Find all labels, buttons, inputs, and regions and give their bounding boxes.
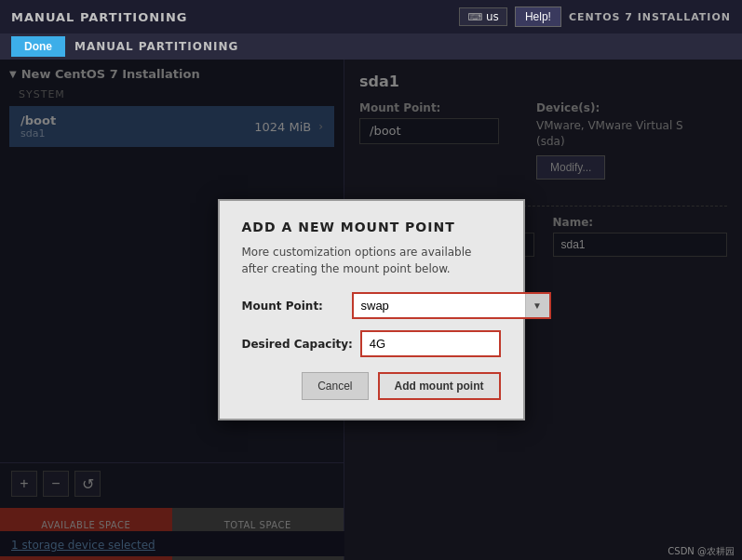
modal-buttons: Cancel Add mount point [242, 372, 501, 400]
add-mount-point-button[interactable]: Add mount point [378, 372, 501, 400]
modal-mount-point-label: Mount Point: [242, 300, 344, 313]
modal-description: More customization options are available… [242, 244, 501, 277]
sub-header: Done MANUAL PARTITIONING [0, 33, 742, 60]
help-button[interactable]: Help! [515, 7, 561, 27]
top-bar: MANUAL PARTITIONING ⌨ us Help! CENTOS 7 … [0, 0, 742, 33]
done-button[interactable]: Done [11, 36, 65, 57]
keyboard-lang: us [486, 10, 499, 23]
modal-capacity-label: Desired Capacity: [242, 338, 353, 351]
installation-title: CENTOS 7 INSTALLATION [569, 11, 731, 23]
modal-capacity-row: Desired Capacity: [242, 330, 501, 357]
modal-overlay: ADD A NEW MOUNT POINT More customization… [0, 60, 742, 560]
sub-header-title: MANUAL PARTITIONING [74, 40, 238, 53]
cancel-button[interactable]: Cancel [302, 372, 368, 400]
modal-capacity-input[interactable] [362, 332, 499, 355]
modal-mount-point-input[interactable] [354, 294, 525, 317]
top-bar-right: ⌨ us Help! CENTOS 7 INSTALLATION [459, 7, 731, 27]
modal-mount-point-wrapper: ▼ [352, 292, 551, 319]
modal-mount-point-dropdown[interactable]: ▼ [525, 294, 549, 317]
modal-capacity-wrapper [360, 330, 501, 357]
watermark: CSDN @农耕园 [668, 545, 735, 558]
main-content: ▼ New CentOS 7 Installation SYSTEM /boot… [0, 60, 742, 560]
modal-mount-point-row: Mount Point: ▼ [242, 292, 501, 319]
keyboard-indicator: ⌨ us [459, 7, 507, 26]
modal-dialog: ADD A NEW MOUNT POINT More customization… [218, 199, 525, 420]
keyboard-icon: ⌨ [467, 11, 482, 23]
modal-title: ADD A NEW MOUNT POINT [242, 220, 501, 234]
page-title: MANUAL PARTITIONING [11, 10, 187, 24]
